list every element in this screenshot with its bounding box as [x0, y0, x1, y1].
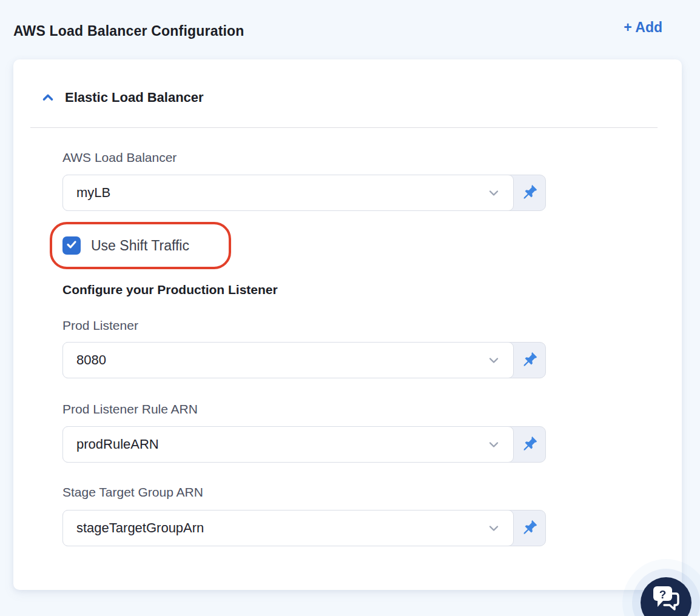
pin-button[interactable]: [514, 427, 545, 462]
aws-load-balancer-field-group: myLB: [62, 175, 546, 211]
aws-load-balancer-value: myLB: [76, 185, 110, 201]
chevron-down-icon[interactable]: [486, 437, 501, 452]
chevron-up-icon[interactable]: [41, 91, 55, 104]
prod-listener-value: 8080: [76, 352, 106, 368]
add-button[interactable]: + Add: [624, 21, 662, 35]
prod-listener-rule-arn-field-group: prodRuleARN: [62, 426, 546, 463]
stage-target-group-arn-field-group: stageTargetGroupArn: [62, 510, 546, 546]
chevron-down-icon[interactable]: [486, 521, 501, 535]
page-title: AWS Load Balancer Configuration: [13, 23, 244, 39]
field-label-prod-listener: Prod Listener: [62, 319, 658, 332]
section-header-elastic-load-balancer[interactable]: Elastic Load Balancer: [30, 90, 658, 105]
prod-listener-rule-arn-value: prodRuleARN: [76, 437, 159, 452]
use-shift-traffic-row: Use Shift Traffic: [62, 222, 658, 269]
pushpin-icon: [522, 519, 538, 537]
chevron-down-icon[interactable]: [486, 186, 501, 200]
prod-listener-rule-arn-select[interactable]: prodRuleARN: [62, 426, 514, 463]
section-divider: [30, 127, 658, 128]
chevron-down-icon[interactable]: [486, 353, 501, 367]
use-shift-traffic-label[interactable]: Use Shift Traffic: [91, 238, 189, 254]
prod-listener-select[interactable]: 8080: [62, 342, 514, 378]
section-title: Elastic Load Balancer: [65, 90, 204, 105]
checkmark-icon: [65, 238, 78, 253]
pushpin-icon: [522, 184, 538, 202]
prod-listener-field-group: 8080: [62, 342, 546, 378]
pushpin-icon: [522, 351, 538, 369]
field-label-stage-target-group-arn: Stage Target Group ARN: [62, 486, 658, 499]
stage-target-group-arn-value: stageTargetGroupArn: [76, 520, 204, 536]
page-header: AWS Load Balancer Configuration + Add: [0, 0, 700, 42]
chat-help-icon: ?: [652, 592, 680, 614]
stage-target-group-arn-select[interactable]: stageTargetGroupArn: [62, 510, 514, 546]
subheading-configure-production-listener: Configure your Production Listener: [62, 283, 658, 297]
pin-button[interactable]: [514, 511, 545, 546]
pin-button[interactable]: [514, 175, 545, 210]
use-shift-traffic-checkbox[interactable]: [62, 236, 81, 255]
fields-area: AWS Load Balancer myLB Use Sh: [30, 151, 658, 546]
config-card: Elastic Load Balancer AWS Load Balancer …: [13, 59, 682, 590]
svg-text:?: ?: [659, 588, 667, 600]
aws-load-balancer-select[interactable]: myLB: [62, 175, 514, 211]
pin-button[interactable]: [514, 343, 545, 378]
field-label-prod-listener-rule-arn: Prod Listener Rule ARN: [62, 403, 658, 416]
field-label-aws-load-balancer: AWS Load Balancer: [62, 151, 658, 164]
pushpin-icon: [522, 435, 538, 454]
